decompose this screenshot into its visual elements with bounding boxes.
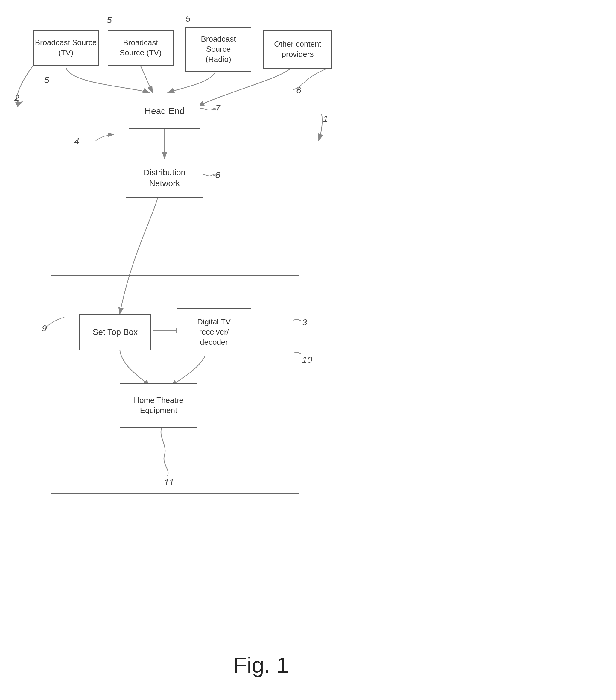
broadcast-tv1-box: Broadcast Source (TV) — [33, 30, 99, 66]
set-top-box-box: Set Top Box — [79, 314, 151, 350]
home-theatre-equipment-box: Home TheatreEquipment — [120, 383, 198, 428]
label-3: 3 — [302, 317, 307, 327]
label-6: 6 — [296, 85, 301, 96]
head-end-box: Head End — [129, 93, 200, 129]
label-8: 8 — [215, 170, 221, 180]
label-4: 4 — [74, 136, 79, 146]
broadcast-radio-box: BroadcastSource(Radio) — [186, 27, 251, 72]
label-5b: 5 — [186, 13, 191, 24]
label-11: 11 — [164, 477, 174, 488]
label-5a: 5 — [107, 15, 112, 25]
label-7: 7 — [215, 103, 221, 113]
label-9: 9 — [42, 323, 47, 333]
label-1: 1 — [323, 114, 328, 124]
label-10: 10 — [302, 355, 312, 365]
label-5c: 5 — [44, 75, 49, 85]
distribution-network-box: DistributionNetwork — [126, 159, 203, 198]
label-2: 2 — [14, 93, 20, 103]
figure-label: Fig. 1 — [234, 652, 289, 678]
other-content-box: Other contentproviders — [263, 30, 332, 69]
broadcast-tv2-box: BroadcastSource (TV) — [108, 30, 174, 66]
diagram-container: Broadcast Source (TV) BroadcastSource (T… — [0, 0, 616, 700]
digital-tv-box: Digital TVreceiver/decoder — [176, 308, 251, 356]
